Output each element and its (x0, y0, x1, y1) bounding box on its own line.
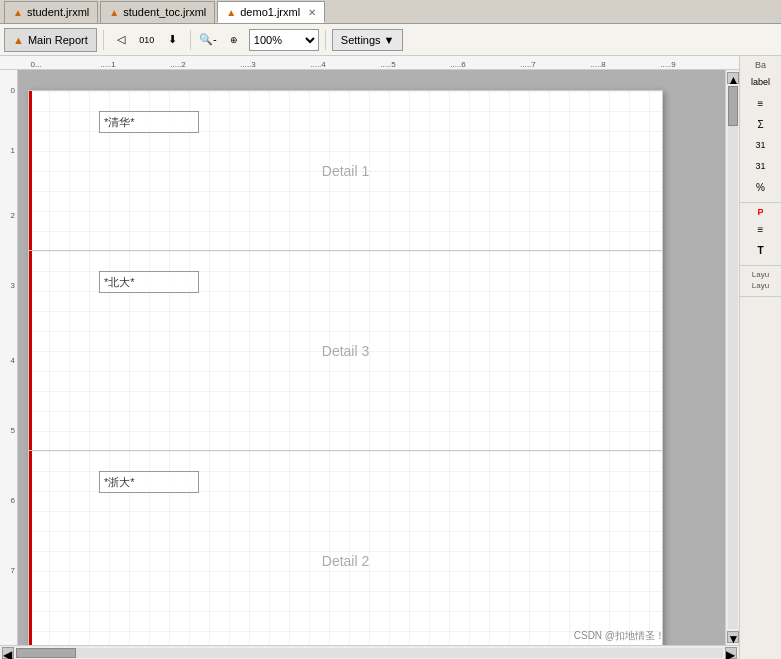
detail-section-1: Detail 1 *清华* (29, 91, 662, 251)
main-report-icon: ▲ (13, 34, 24, 46)
scroll-thumb[interactable] (728, 86, 738, 126)
ruler-v-6: 6 (11, 496, 15, 505)
detail-2-label: Detail 2 (322, 553, 369, 569)
main-report-button[interactable]: ▲ Main Report (4, 28, 97, 52)
right-panel-num1-item[interactable]: 31 (743, 135, 778, 155)
scrollbar-horizontal[interactable]: ◀ ▶ (0, 645, 739, 659)
tab-label-2: student_toc.jrxml (123, 6, 206, 18)
toolbar-separator-2 (190, 30, 191, 50)
right-panel: Ba label ≡ Σ 31 31 % P ≡ T Layu Layu (739, 56, 781, 659)
ruler-v-0: 0 (11, 86, 15, 95)
toolbar-counter-button[interactable]: 010 (136, 29, 158, 51)
tab-student-toc-jrxml[interactable]: ▲ student_toc.jrxml (100, 1, 215, 23)
right-panel-t-item[interactable]: T (743, 240, 778, 260)
scroll-track[interactable] (728, 86, 738, 629)
ruler-v-5: 5 (11, 426, 15, 435)
right-panel-ba-section: Ba label ≡ Σ 31 31 % (740, 56, 781, 203)
ruler-v-1: 1 (11, 146, 15, 155)
right-panel-list-item[interactable]: ≡ (743, 93, 778, 113)
main-layout: 0... .....1 .....2 .....3 .....4 .....5 … (0, 56, 781, 659)
settings-label: Settings (341, 34, 381, 46)
canvas-area[interactable]: Detail 1 *清华* Detail 3 *北大* (18, 70, 725, 645)
scroll-left-button[interactable]: ◀ (2, 647, 14, 659)
right-panel-sigma-item[interactable]: Σ (743, 114, 778, 134)
right-panel-layout-section: Layu Layu (740, 266, 781, 297)
scrollbar-vertical[interactable]: ▲ ▼ (725, 70, 739, 645)
ruler-tick-5: .....5 (380, 60, 396, 69)
tab-icon-1: ▲ (13, 7, 23, 18)
tab-icon-2: ▲ (109, 7, 119, 18)
tab-bar: ▲ student.jrxml ▲ student_toc.jrxml ▲ de… (0, 0, 781, 24)
field-box-detail2-1[interactable]: *浙大* (99, 471, 199, 493)
ruler-tick-3: .....3 (240, 60, 256, 69)
detail-section-2: Detail 2 *浙大* (29, 451, 662, 645)
field-text-detail1-1: *清华* (104, 115, 135, 130)
toolbar-zoom-in-button[interactable]: ⊕ (223, 29, 245, 51)
field-text-detail2-1: *浙大* (104, 475, 135, 490)
toolbar-back-button[interactable]: ◁ (110, 29, 132, 51)
tab-demo1-jrxml[interactable]: ▲ demo1.jrxml ✕ (217, 1, 325, 23)
ruler-v-4: 4 (11, 356, 15, 365)
ruler-top-content: 0... .....1 .....2 .....3 .....4 .....5 … (18, 56, 739, 69)
watermark: CSDN @扣地情圣！ (574, 629, 665, 643)
toolbar-zoom-out-button[interactable]: 🔍- (197, 29, 219, 51)
scroll-right-button[interactable]: ▶ (725, 647, 737, 659)
ruler-tick-4: .....4 (310, 60, 326, 69)
tab-student-jrxml[interactable]: ▲ student.jrxml (4, 1, 98, 23)
right-panel-p-section: P ≡ T (740, 203, 781, 266)
right-panel-p-list-item[interactable]: ≡ (743, 219, 778, 239)
tab-label-1: student.jrxml (27, 6, 89, 18)
ruler-tick-6: .....6 (450, 60, 466, 69)
right-panel-layout-label-1: Layu (742, 270, 779, 279)
scroll-h-track[interactable] (16, 648, 723, 658)
right-panel-percent-item[interactable]: % (743, 177, 778, 197)
tab-icon-3: ▲ (226, 7, 236, 18)
ruler-tick-9: .....9 (660, 60, 676, 69)
scroll-up-button[interactable]: ▲ (727, 72, 739, 84)
ruler-tick-0: 0... (30, 60, 41, 69)
ruler-tick-2: .....2 (170, 60, 186, 69)
right-panel-ba-label: Ba (742, 60, 779, 70)
settings-button[interactable]: Settings ▼ (332, 29, 404, 51)
ruler-tick-1: .....1 (100, 60, 116, 69)
scroll-down-button[interactable]: ▼ (727, 631, 739, 643)
zoom-select[interactable]: 50% 75% 100% 125% 150% 200% (249, 29, 319, 51)
tab-label-3: demo1.jrxml (240, 6, 300, 18)
scroll-h-thumb[interactable] (16, 648, 76, 658)
ruler-v-3: 3 (11, 281, 15, 290)
tab-close-icon[interactable]: ✕ (308, 7, 316, 18)
detail-section-3: Detail 3 *北大* (29, 251, 662, 451)
detail-1-label: Detail 1 (322, 163, 369, 179)
detail-3-label: Detail 3 (322, 343, 369, 359)
ruler-left: 0 1 2 3 4 5 6 7 (0, 70, 18, 645)
field-box-detail3-1[interactable]: *北大* (99, 271, 199, 293)
toolbar-separator-1 (103, 30, 104, 50)
canvas-scroll: Detail 1 *清华* Detail 3 *北大* (18, 70, 725, 645)
ruler-top: 0... .....1 .....2 .....3 .....4 .....5 … (0, 56, 739, 70)
field-box-detail1-1[interactable]: *清华* (99, 111, 199, 133)
toolbar-export-button[interactable]: ⬇ (162, 29, 184, 51)
ruler-v-2: 2 (11, 211, 15, 220)
ruler-tick-7: .....7 (520, 60, 536, 69)
right-panel-label-item[interactable]: label (743, 72, 778, 92)
toolbar-separator-3 (325, 30, 326, 50)
report-page: Detail 1 *清华* Detail 3 *北大* (28, 90, 663, 645)
right-panel-num2-item[interactable]: 31 (743, 156, 778, 176)
right-panel-layout-label-2: Layu (742, 281, 779, 290)
toolbar: ▲ Main Report ◁ 010 ⬇ 🔍- ⊕ 50% 75% 100% … (0, 24, 781, 56)
right-panel-p-label: P (742, 207, 779, 217)
settings-chevron-icon: ▼ (384, 34, 395, 46)
ruler-tick-8: .....8 (590, 60, 606, 69)
main-report-label: Main Report (28, 34, 88, 46)
field-text-detail3-1: *北大* (104, 275, 135, 290)
ruler-v-7: 7 (11, 566, 15, 575)
